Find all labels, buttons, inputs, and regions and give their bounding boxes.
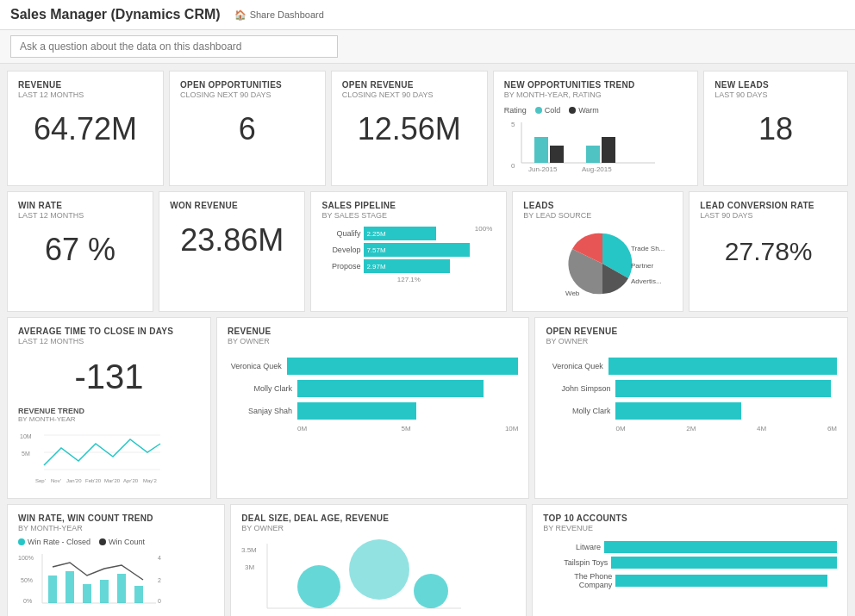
top10-bar-row-3: The Phone Company (543, 572, 837, 589)
avg-time-value: -131 (18, 358, 200, 396)
won-rev-value: 23.86M (170, 222, 294, 258)
top10-subtitle: BY REVENUE (543, 524, 837, 532)
revenue-value: 64.72M (18, 111, 153, 147)
share-icon: 🏠 (234, 9, 247, 21)
open-rev-value: 12.56M (342, 111, 477, 147)
page-title: Sales Manager (Dynamics CRM) (10, 7, 221, 22)
svg-rect-39 (134, 586, 143, 603)
rev-bar-1 (287, 358, 519, 375)
card-open-revenue-owner: Open Revenue BY OWNER Veronica Quek John… (534, 317, 848, 499)
svg-text:Jan'20: Jan'20 (66, 478, 82, 483)
rev-owner-chart: Veronica Quek Molly Clark Sanjay Shah 0M… (228, 358, 519, 432)
svg-text:Aug-2015: Aug-2015 (582, 165, 612, 173)
chart-legend: Rating Cold Warm (504, 106, 688, 115)
rev-bar-label-3: Sanjay Shah (228, 407, 292, 415)
rev-bar-label-2: Molly Clark (228, 384, 292, 393)
svg-text:2: 2 (158, 577, 161, 583)
rev-bar-row-2: Molly Clark (228, 380, 519, 397)
svg-rect-34 (48, 576, 57, 603)
new-opp-bar-svg: 5 0 Jun-2015 Aug-2015 (504, 118, 659, 174)
top10-label-1: Litware (543, 543, 601, 551)
svg-text:0: 0 (158, 598, 161, 604)
lead-conv-value: 27.78% (700, 237, 837, 266)
svg-rect-37 (100, 580, 109, 603)
warm-legend: Warm (569, 106, 599, 115)
open-rev-subtitle: CLOSING NEXT 90 DAYS (342, 90, 477, 99)
open-rev-bar-2 (615, 380, 831, 397)
card-lead-conversion: Lead Conversion Rate LAST 90 DAYS 27.78% (689, 191, 848, 312)
card-win-rate-trend: Win Rate, Win Count Trend BY MONTH-YEAR … (7, 504, 225, 616)
pipeline-label-qualify: Qualify (321, 229, 360, 238)
new-leads-title: New Leads (715, 80, 837, 90)
pipeline-bar-develop: 7.57M (364, 243, 496, 257)
card-top10: Top 10 Accounts BY REVENUE Litware Tails… (532, 504, 848, 616)
svg-rect-4 (534, 137, 548, 163)
top10-bar-3 (615, 575, 827, 587)
top10-bar-row-1: Litware (543, 541, 837, 553)
top10-bars: Litware Tailspin Toys The Phone Company (543, 541, 837, 589)
new-opp-trend-subtitle: BY MONTH-YEAR, RATING (504, 90, 688, 99)
win-rate-closed-dot (18, 538, 25, 545)
deal-size-svg: 3.5M 3M (241, 539, 465, 616)
svg-text:Mar'20: Mar'20 (104, 478, 121, 483)
leads-pie-svg: Trade Sh... Partner Advertis... Web (529, 225, 667, 302)
revenue-subtitle: LAST 12 MONTHS (18, 90, 153, 99)
svg-text:Web: Web (565, 289, 580, 297)
share-button[interactable]: 🏠 Share Dashboard (234, 9, 324, 21)
win-rate-trend-svg: 100% 50% 0% 4 2 0 (18, 550, 169, 614)
revenue-trend-svg: 10M 5M Sep' Nov' Jan'20 Feb'20 Mar'20 Ap… (18, 426, 165, 487)
svg-point-45 (349, 539, 409, 600)
svg-point-46 (414, 574, 448, 608)
win-rate-value: 67 % (18, 232, 142, 268)
open-opp-value: 6 (180, 111, 315, 147)
pipeline-subtitle: BY SALES STAGE (321, 211, 496, 220)
open-rev-bar-1 (608, 358, 837, 375)
search-input[interactable] (10, 35, 338, 58)
svg-text:5: 5 (511, 121, 515, 128)
svg-text:Partner: Partner (631, 262, 654, 270)
rating-label: Rating (504, 106, 527, 115)
open-rev-bar-row-1: Veronica Quek (546, 358, 837, 375)
open-rev-owner-subtitle: BY OWNER (546, 337, 837, 345)
svg-rect-7 (602, 137, 615, 163)
top10-label-2: Tailspin Toys (543, 558, 608, 567)
win-rate-title: Win Rate (18, 201, 142, 210)
rev-axis: 0M 5M 10M (228, 425, 519, 432)
card-open-opportunities: Open Opportunities CLOSING NEXT 90 DAYS … (169, 71, 326, 186)
new-opp-trend-title: New Opportunities Trend (504, 80, 688, 90)
rev-bar-row-3: Sanjay Shah (228, 402, 519, 420)
svg-text:3M: 3M (245, 563, 254, 571)
rev-owner-subtitle: BY OWNER (228, 337, 519, 345)
lead-conv-title: Lead Conversion Rate (700, 201, 837, 210)
card-deal-size: Deal Size, Deal Age, Revenue BY OWNER 3.… (230, 504, 527, 616)
cold-legend: Cold (535, 106, 561, 115)
rev-bar-3 (297, 402, 416, 420)
svg-text:Jun-2015: Jun-2015 (528, 165, 558, 173)
pipeline-row-develop: Develop 7.57M (321, 243, 496, 257)
top10-bar-2 (611, 557, 837, 569)
card-leads: Leads BY LEAD SOURCE Trade Sh... Partner (512, 191, 683, 312)
svg-point-44 (297, 565, 340, 608)
svg-text:Feb'20: Feb'20 (85, 478, 102, 483)
svg-text:Nov': Nov' (51, 478, 61, 483)
won-rev-title: Won Revenue (170, 201, 294, 210)
card-open-revenue: Open Revenue CLOSING NEXT 90 DAYS 12.56M (331, 71, 488, 186)
rev-bar-label-1: Veronica Quek (228, 362, 282, 370)
pipeline-label-develop: Develop (321, 246, 360, 254)
card-sales-pipeline: Sales Pipeline BY SALES STAGE 100% Quali… (310, 191, 507, 312)
cold-dot (535, 107, 542, 114)
avg-time-title: Average Time to Close in Days (18, 327, 200, 336)
new-leads-value: 18 (715, 111, 837, 147)
row-4: Win Rate, Win Count Trend BY MONTH-YEAR … (7, 504, 848, 616)
trend-title: Revenue Trend (18, 407, 200, 415)
row-1: Revenue LAST 12 MONTHS 64.72M Open Oppor… (7, 71, 848, 186)
row-3: Average Time to Close in Days LAST 12 MO… (7, 317, 848, 499)
new-opp-trend-chart: Rating Cold Warm 5 0 (504, 106, 688, 177)
svg-text:100%: 100% (18, 555, 34, 561)
open-rev-bar-label-1: Veronica Quek (546, 362, 602, 370)
row-2: Win Rate LAST 12 MONTHS 67 % Won Revenue… (7, 191, 848, 312)
svg-text:Sep': Sep' (35, 478, 46, 483)
win-trend-legend: Win Rate - Closed Win Count (18, 538, 214, 546)
svg-text:4: 4 (158, 555, 161, 561)
open-rev-title: Open Revenue (342, 80, 477, 90)
